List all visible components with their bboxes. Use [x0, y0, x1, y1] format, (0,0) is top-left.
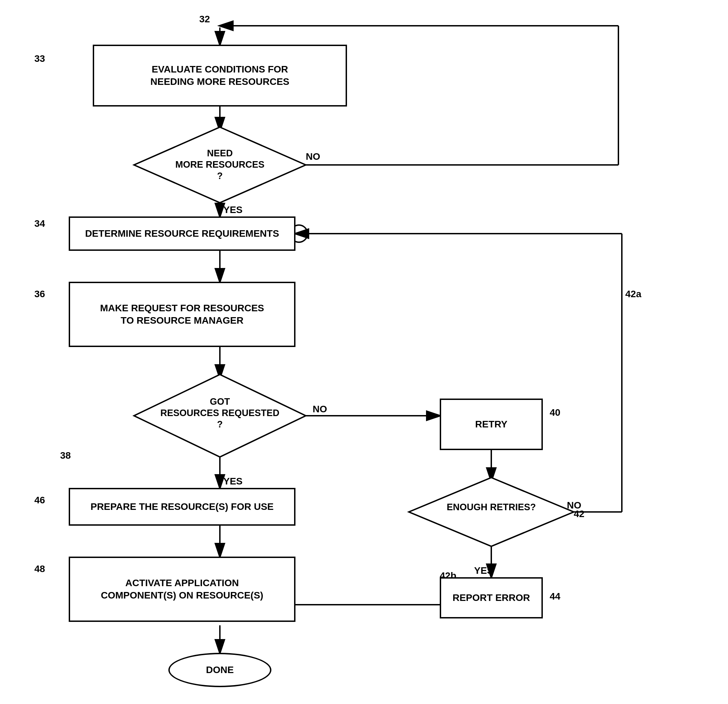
retry-label: RETRY — [475, 418, 507, 431]
enough-retries-diamond: ENOUGH RETRIES? — [409, 478, 574, 548]
svg-text:ENOUGH RETRIES?: ENOUGH RETRIES? — [446, 502, 536, 512]
need-more-diamond: NEED MORE RESOURCES ? — [134, 127, 306, 204]
evaluate-label: EVALUATE CONDITIONS FOR NEEDING MORE RES… — [150, 63, 290, 88]
report-error-box: REPORT ERROR — [440, 577, 543, 619]
make-request-box: MAKE REQUEST FOR RESOURCES TO RESOURCE M… — [69, 282, 295, 347]
ref-48: 48 — [34, 564, 45, 574]
svg-text:?: ? — [217, 419, 223, 429]
determine-label: DETERMINE RESOURCE REQUIREMENTS — [85, 227, 279, 240]
report-error-label: REPORT ERROR — [452, 592, 530, 604]
ref-42: 42 — [574, 509, 584, 519]
activate-box: ACTIVATE APPLICATION COMPONENT(S) ON RES… — [69, 557, 295, 622]
got-resources-diamond: GOT RESOURCES REQUESTED ? — [134, 374, 306, 458]
evaluate-box: EVALUATE CONDITIONS FOR NEEDING MORE RES… — [93, 45, 347, 107]
ref-32: 32 — [199, 14, 210, 25]
ref-34: 34 — [34, 218, 45, 229]
ref-33: 33 — [34, 53, 45, 64]
svg-text:?: ? — [217, 171, 223, 181]
svg-text:RESOURCES REQUESTED: RESOURCES REQUESTED — [160, 408, 280, 418]
done-box: DONE — [168, 653, 272, 687]
ref-40: 40 — [550, 407, 560, 418]
svg-text:MORE RESOURCES: MORE RESOURCES — [175, 159, 264, 170]
ref-46: 46 — [34, 495, 45, 506]
prepare-label: PREPARE THE RESOURCE(S) FOR USE — [90, 500, 273, 513]
ref-38: 38 — [60, 450, 71, 461]
prepare-box: PREPARE THE RESOURCE(S) FOR USE — [69, 488, 295, 526]
determine-box: DETERMINE RESOURCE REQUIREMENTS — [69, 217, 295, 251]
svg-text:GOT: GOT — [210, 396, 230, 407]
retry-box: RETRY — [440, 399, 543, 450]
ref-42a: 42a — [625, 289, 641, 299]
ref-36: 36 — [34, 289, 45, 299]
make-request-label: MAKE REQUEST FOR RESOURCES TO RESOURCE M… — [100, 302, 264, 327]
ref-44: 44 — [550, 591, 560, 602]
activate-label: ACTIVATE APPLICATION COMPONENT(S) ON RES… — [101, 577, 263, 602]
done-label: DONE — [206, 664, 234, 676]
svg-text:NEED: NEED — [207, 148, 233, 158]
